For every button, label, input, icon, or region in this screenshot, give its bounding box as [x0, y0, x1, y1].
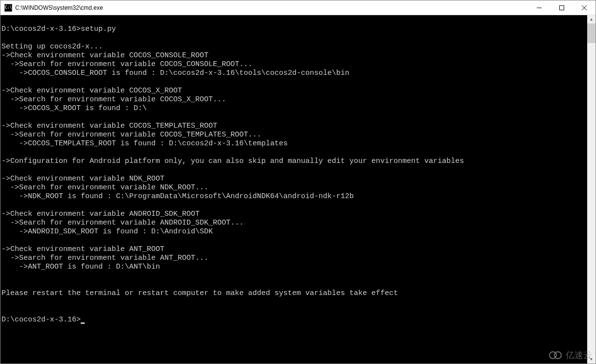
terminal-line: Please restart the terminal or restart c… [1, 289, 587, 298]
terminal-line [1, 272, 587, 280]
close-button[interactable] [573, 0, 596, 15]
terminal-line [1, 166, 587, 175]
terminal-line [1, 236, 587, 245]
terminal-line: ->Check environment variable COCOS_CONSO… [1, 51, 587, 60]
terminal-line [1, 113, 587, 122]
scroll-thumb[interactable] [587, 23, 596, 43]
terminal-line [1, 78, 587, 87]
terminal-line: ->ANT_ROOT is found : D:\ANT\bin [1, 263, 587, 272]
cursor-icon [81, 322, 85, 324]
terminal-line: ->Search for environment variable NDK_RO… [1, 183, 587, 192]
terminal-line [1, 280, 587, 289]
terminal-line: ->NDK_ROOT is found : C:\ProgramData\Mic… [1, 192, 587, 201]
terminal-line [1, 307, 587, 316]
terminal-line: ->Check environment variable COCOS_X_ROO… [1, 87, 587, 95]
terminal-prompt-line[interactable]: D:\cocos2d-x-3.16> [1, 316, 587, 324]
maximize-button[interactable] [550, 0, 573, 15]
window-controls [528, 0, 596, 15]
terminal-line: ->Search for environment variable COCOS_… [1, 95, 587, 104]
vertical-scrollbar[interactable]: ▲ ▼ [587, 15, 596, 364]
terminal-line [1, 148, 587, 157]
terminal-line: Setting up cocos2d-x... [1, 43, 587, 51]
titlebar[interactable]: C:\ C:\WINDOWS\system32\cmd.exe [0, 0, 596, 15]
terminal-line: ->COCOS_TEMPLATES_ROOT is found : D:\coc… [1, 139, 587, 148]
watermark-text: 亿速云 [566, 349, 592, 361]
terminal-line: ->Check environment variable ANT_ROOT [1, 245, 587, 254]
scroll-up-arrow[interactable]: ▲ [587, 15, 596, 23]
terminal-line: ->Search for environment variable ANDROI… [1, 219, 587, 228]
cmd-window: C:\ C:\WINDOWS\system32\cmd.exe D:\cocos… [0, 0, 596, 364]
prompt-text: D:\cocos2d-x-3.16> [1, 316, 81, 324]
terminal-area: D:\cocos2d-x-3.16>setup.pySetting up coc… [0, 15, 596, 364]
terminal-line [1, 16, 587, 25]
window-title: C:\WINDOWS\system32\cmd.exe [15, 4, 528, 11]
terminal-line: ->Configuration for Android platform onl… [1, 157, 587, 166]
terminal-line: D:\cocos2d-x-3.16>setup.py [1, 25, 587, 34]
svg-rect-0 [560, 5, 564, 10]
terminal-line: ->COCOS_X_ROOT is found : D:\ [1, 104, 587, 113]
terminal-line [1, 34, 587, 43]
watermark-logo-icon [549, 350, 563, 360]
terminal-line: ->Search for environment variable COCOS_… [1, 131, 587, 139]
terminal-line: ->COCOS_CONSOLE_ROOT is found : D:\cocos… [1, 69, 587, 78]
minimize-button[interactable] [528, 0, 550, 15]
terminal-output[interactable]: D:\cocos2d-x-3.16>setup.pySetting up coc… [0, 15, 587, 364]
terminal-line: ->Check environment variable NDK_ROOT [1, 175, 587, 183]
watermark: 亿速云 [549, 349, 592, 361]
app-icon: C:\ [4, 4, 12, 12]
terminal-line: ->Search for environment variable ANT_RO… [1, 254, 587, 263]
terminal-line: ->Check environment variable ANDROID_SDK… [1, 210, 587, 219]
terminal-line: ->Search for environment variable COCOS_… [1, 60, 587, 69]
terminal-line [1, 298, 587, 307]
terminal-line [1, 201, 587, 210]
terminal-line: ->Check environment variable COCOS_TEMPL… [1, 122, 587, 131]
terminal-line: ->ANDROID_SDK_ROOT is found : D:\Android… [1, 228, 587, 236]
